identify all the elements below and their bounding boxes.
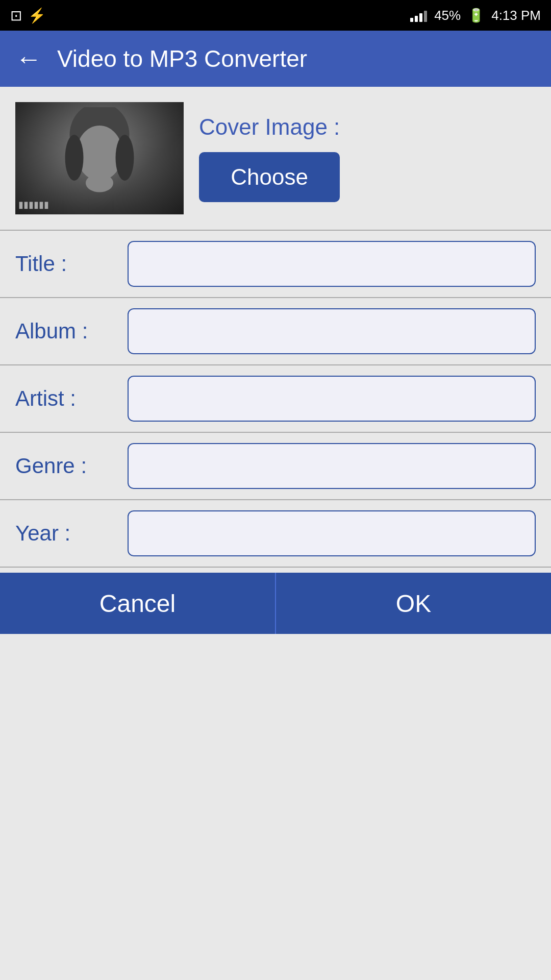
page-title: Video to MP3 Converter	[57, 45, 307, 72]
genre-input[interactable]	[128, 443, 536, 489]
svg-point-3	[116, 135, 134, 181]
main-content: ▮▮▮▮▮▮ Cover Image : Choose Title : Albu…	[0, 87, 551, 838]
year-row: Year :	[0, 500, 551, 567]
clock: 4:13 PM	[491, 8, 541, 23]
screen-recorder-icon: ⊡	[10, 7, 22, 24]
artist-input[interactable]	[128, 376, 536, 422]
cover-image-label: Cover Image :	[199, 114, 340, 140]
usb-icon: ⚡	[28, 7, 46, 24]
divider-5	[0, 567, 551, 568]
thumbnail-image	[59, 107, 140, 199]
bottom-buttons: Cancel OK	[0, 573, 551, 634]
choose-button[interactable]: Choose	[199, 152, 340, 202]
genre-row: Genre :	[0, 433, 551, 499]
svg-point-2	[65, 135, 84, 181]
back-button[interactable]: ←	[15, 43, 42, 74]
album-input[interactable]	[128, 308, 536, 354]
cover-image-controls: Cover Image : Choose	[199, 114, 340, 202]
battery-icon: 🔋	[468, 8, 484, 23]
artist-row: Artist :	[0, 365, 551, 432]
album-label: Album :	[15, 319, 117, 344]
genre-label: Genre :	[15, 454, 117, 478]
thumbnail-overlay-text: ▮▮▮▮▮▮	[18, 199, 49, 210]
form-fields: Title : Album : Artist : Genre : Year :	[0, 231, 551, 568]
cancel-button[interactable]: Cancel	[0, 573, 275, 634]
ok-button[interactable]: OK	[275, 573, 551, 634]
cover-section: ▮▮▮▮▮▮ Cover Image : Choose	[0, 87, 551, 230]
status-bar: ⊡ ⚡ 45% 🔋 4:13 PM	[0, 0, 551, 31]
cover-thumbnail: ▮▮▮▮▮▮	[15, 102, 184, 214]
signal-bars	[410, 9, 427, 22]
svg-point-4	[86, 174, 113, 192]
artist-label: Artist :	[15, 386, 117, 411]
battery-percentage: 45%	[434, 8, 461, 23]
svg-point-1	[77, 126, 122, 181]
app-bar: ← Video to MP3 Converter	[0, 31, 551, 87]
year-input[interactable]	[128, 510, 536, 556]
title-row: Title :	[0, 231, 551, 297]
year-label: Year :	[15, 521, 117, 546]
bottom-space	[0, 634, 551, 838]
album-row: Album :	[0, 298, 551, 364]
title-label: Title :	[15, 252, 117, 276]
title-input[interactable]	[128, 241, 536, 287]
